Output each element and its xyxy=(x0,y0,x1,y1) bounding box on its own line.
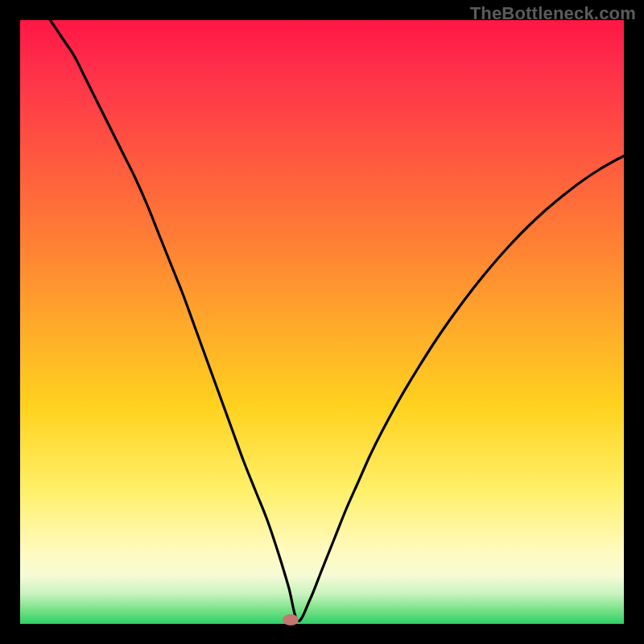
chart-frame: TheBottleneck.com xyxy=(0,0,644,644)
bottleneck-curve xyxy=(20,20,624,624)
watermark: TheBottleneck.com xyxy=(470,3,636,24)
optimal-point-marker xyxy=(283,614,299,625)
plot-area xyxy=(20,20,624,624)
